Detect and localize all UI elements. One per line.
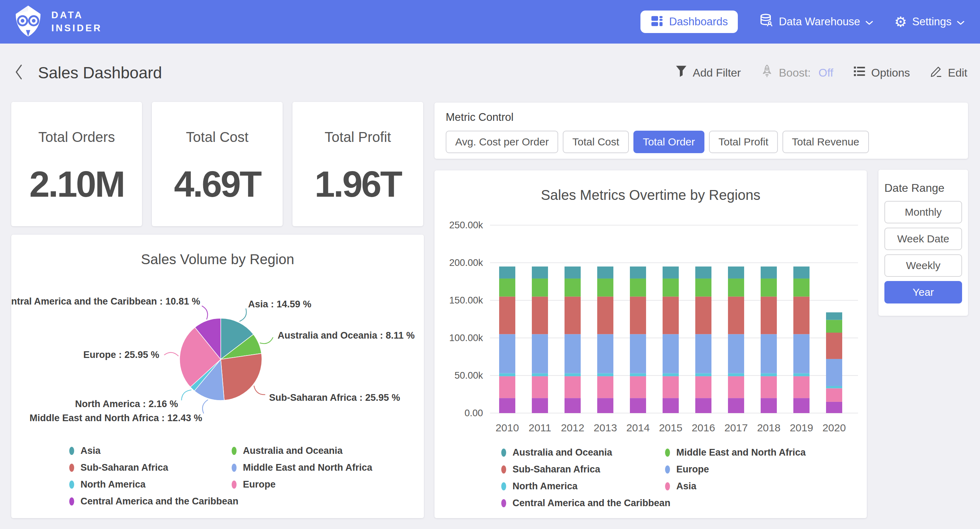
bar-segment[interactable] — [728, 398, 744, 413]
bar-segment[interactable] — [565, 398, 581, 413]
options-button[interactable]: Options — [853, 65, 910, 80]
bar-segment[interactable] — [663, 297, 679, 334]
bar-segment[interactable] — [565, 334, 581, 373]
bar-segment[interactable] — [565, 373, 581, 376]
metric-button-avg-cost-per-order[interactable]: Avg. Cost per Order — [446, 131, 558, 153]
bar-segment[interactable] — [499, 297, 515, 334]
bar-segment[interactable] — [826, 386, 842, 388]
bar-segment[interactable] — [663, 373, 679, 376]
legend-item[interactable]: North America — [501, 481, 665, 492]
pie-slice[interactable] — [221, 353, 262, 400]
legend-item[interactable]: Asia — [665, 481, 806, 492]
bar-segment[interactable] — [630, 297, 646, 334]
bar-segment[interactable] — [630, 278, 646, 297]
bar-segment[interactable] — [597, 373, 613, 376]
bar-segment[interactable] — [499, 278, 515, 297]
bar-segment[interactable] — [760, 373, 777, 376]
bar-segment[interactable] — [695, 334, 711, 373]
bar-segment[interactable] — [760, 267, 777, 278]
date-range-year-button[interactable]: Year — [885, 281, 962, 303]
legend-item[interactable]: Sub-Saharan Africa — [501, 464, 665, 475]
bar-segment[interactable] — [532, 297, 548, 334]
bar-segment[interactable] — [565, 278, 581, 297]
bar-segment[interactable] — [663, 398, 679, 413]
legend-item[interactable]: North America — [69, 479, 232, 490]
bar-segment[interactable] — [597, 267, 613, 278]
bar-segment[interactable] — [630, 373, 646, 376]
legend-item[interactable]: Middle East and North Africa — [665, 447, 806, 458]
bar-segment[interactable] — [826, 320, 842, 333]
bar-segment[interactable] — [597, 278, 613, 297]
bar-segment[interactable] — [826, 333, 842, 359]
bar-segment[interactable] — [760, 297, 777, 334]
bar-segment[interactable] — [760, 398, 777, 413]
legend-item[interactable]: Central America and the Caribbean — [69, 496, 232, 507]
bar-segment[interactable] — [793, 398, 810, 413]
bar-segment[interactable] — [728, 334, 744, 373]
legend-item[interactable]: Middle East and North Africa — [232, 462, 372, 473]
legend-item[interactable]: Asia — [69, 445, 232, 456]
edit-button[interactable]: Edit — [930, 65, 967, 81]
bar-segment[interactable] — [793, 297, 810, 334]
legend-item[interactable]: Australia and Oceania — [232, 445, 372, 456]
bar-segment[interactable] — [695, 267, 711, 278]
bar-segment[interactable] — [695, 373, 711, 376]
bar-segment[interactable] — [597, 398, 613, 413]
bar-segment[interactable] — [499, 398, 515, 413]
bar-segment[interactable] — [663, 376, 679, 398]
bar-segment[interactable] — [728, 267, 744, 278]
bar-segment[interactable] — [826, 388, 842, 402]
bar-segment[interactable] — [663, 267, 679, 278]
bar-segment[interactable] — [793, 373, 810, 376]
bar-segment[interactable] — [760, 376, 777, 398]
bar-segment[interactable] — [695, 297, 711, 334]
date-range-monthly-button[interactable]: Monthly — [885, 201, 962, 223]
bar-segment[interactable] — [532, 278, 548, 297]
bar-segment[interactable] — [597, 334, 613, 373]
bar-segment[interactable] — [793, 278, 810, 297]
legend-item[interactable]: Europe — [232, 479, 372, 490]
bar-segment[interactable] — [728, 373, 744, 376]
bar-segment[interactable] — [532, 398, 548, 413]
bar-segment[interactable] — [695, 376, 711, 398]
bar-segment[interactable] — [630, 267, 646, 278]
bar-segment[interactable] — [630, 376, 646, 398]
add-filter-button[interactable]: Add Filter — [675, 65, 741, 81]
bar-segment[interactable] — [663, 278, 679, 297]
bar-segment[interactable] — [597, 297, 613, 334]
bar-segment[interactable] — [826, 312, 842, 320]
legend-item[interactable]: Sub-Saharan Africa — [69, 462, 232, 473]
bar-segment[interactable] — [728, 376, 744, 398]
bar-segment[interactable] — [760, 278, 777, 297]
bar-segment[interactable] — [565, 297, 581, 334]
legend-item[interactable]: Australia and Oceania — [501, 447, 665, 458]
bar-segment[interactable] — [630, 398, 646, 413]
date-range-week-date-button[interactable]: Week Date — [885, 228, 962, 250]
bar-segment[interactable] — [565, 267, 581, 278]
bar-segment[interactable] — [532, 334, 548, 373]
boost-toggle[interactable]: Boost: Off — [760, 64, 834, 81]
bar-segment[interactable] — [532, 267, 548, 278]
bar-segment[interactable] — [793, 267, 810, 278]
bar-segment[interactable] — [793, 334, 810, 373]
bar-segment[interactable] — [532, 373, 548, 376]
bar-segment[interactable] — [597, 376, 613, 398]
nav-item-data-warehouse[interactable]: Data Warehouse — [759, 13, 873, 30]
legend-item[interactable]: Central America and the Caribbean — [501, 498, 665, 508]
metric-button-total-order[interactable]: Total Order — [633, 131, 705, 153]
bar-segment[interactable] — [499, 373, 515, 376]
bar-segment[interactable] — [499, 267, 515, 278]
bar-segment[interactable] — [630, 334, 646, 373]
legend-item[interactable]: Europe — [665, 464, 806, 475]
bar-segment[interactable] — [826, 359, 842, 386]
bar-segment[interactable] — [499, 334, 515, 373]
bar-segment[interactable] — [532, 376, 548, 398]
nav-item-dashboards[interactable]: Dashboards — [640, 11, 737, 33]
date-range-weekly-button[interactable]: Weekly — [885, 254, 962, 277]
bar-segment[interactable] — [760, 334, 777, 373]
back-button[interactable] — [14, 64, 24, 82]
bar-segment[interactable] — [499, 376, 515, 398]
bar-segment[interactable] — [826, 402, 842, 413]
bar-segment[interactable] — [793, 376, 810, 398]
bar-segment[interactable] — [695, 278, 711, 297]
